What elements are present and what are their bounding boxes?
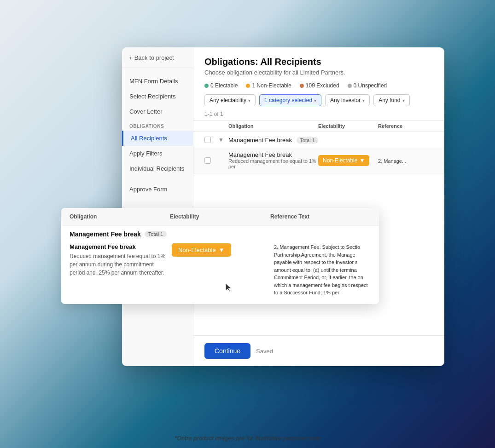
back-link[interactable]: ‹ Back to project (122, 47, 193, 68)
table-sub-row: Management Fee break Reduced management … (193, 148, 444, 173)
main-modal: ‹ Back to project MFN Form Details Selec… (122, 47, 444, 366)
popup-reference-col: 2. Management Fee. Subject to Sectio Par… (274, 243, 371, 297)
table-header: Obligation Electability Reference (193, 120, 444, 132)
page-subtitle: Choose obligation electability for all L… (204, 69, 433, 76)
electable-count: 0 (210, 82, 214, 89)
sidebar-item-apply-filters[interactable]: Apply Filters (122, 146, 193, 161)
sidebar-item-individual-recipients[interactable]: Individual Recipients (122, 161, 193, 176)
status-unspecified: 0 Unspecified (348, 82, 387, 89)
col-reference: Reference (378, 123, 433, 129)
sidebar-section-obligations: OBLIGATIONS (122, 119, 193, 131)
sidebar-item-mfn-form-details[interactable]: MFN Form Details (122, 74, 193, 89)
popup-electability-col: Non-Electable ▼ (172, 243, 268, 297)
footnote: *Ontra product images are for illustrati… (0, 435, 495, 442)
main-content: Obligations: All Recipients Choose oblig… (193, 47, 444, 366)
row-reference: 2. Manage... (378, 156, 433, 165)
filter-category[interactable]: 1 category selected ▾ (259, 94, 321, 106)
group-obligation-name: Management Fee break Total 1 (228, 136, 318, 144)
sidebar-item-select-recipients[interactable]: Select Recipients (122, 89, 193, 104)
non-electable-button[interactable]: Non-Electable ▼ (318, 155, 369, 166)
col-checkbox (204, 123, 218, 129)
popup-group-total: Total 1 (145, 231, 167, 237)
filter-electability[interactable]: Any electability ▾ (204, 94, 256, 106)
popup-item-name: Management Fee break (70, 243, 166, 250)
electable-dot (204, 84, 209, 88)
chevron-down-icon: ▼ (219, 247, 225, 253)
row-obligation-name: Management Fee break (228, 151, 318, 158)
group-checkbox[interactable] (204, 137, 211, 143)
popup-group-name: Management Fee break (70, 230, 141, 238)
non-electable-dot (246, 84, 250, 88)
continue-button[interactable]: Continue (204, 343, 250, 359)
popup-col-electability: Electability (170, 213, 270, 220)
popup-obligation-col: Management Fee break Reduced management … (70, 243, 166, 297)
total-badge: Total 1 (297, 137, 318, 144)
col-expand (218, 123, 228, 129)
popup-non-electable-button[interactable]: Non-Electable ▼ (172, 243, 231, 257)
main-header: Obligations: All Recipients Choose oblig… (193, 47, 444, 111)
popup-detail-row: Management Fee break Reduced management … (61, 240, 379, 304)
row-obligation: Management Fee break Reduced management … (228, 151, 318, 169)
chevron-down-icon: ▼ (359, 157, 365, 164)
saved-status: Saved (256, 348, 273, 355)
table-group: ▼ Management Fee break Total 1 Managemen… (193, 132, 444, 173)
status-non-electable: 1 Non-Electable (246, 82, 291, 89)
sidebar-item-cover-letter[interactable]: Cover Letter (122, 104, 193, 119)
popup-header-row: Obligation Electability Reference Text (61, 208, 379, 226)
row-electability: Non-Electable ▼ (318, 155, 378, 166)
sidebar-nav: MFN Form Details Select Recipients Cover… (122, 68, 193, 202)
unspecified-count: 0 (354, 82, 357, 89)
table-group-row: ▼ Management Fee break Total 1 (193, 132, 444, 148)
back-link-label: Back to project (134, 54, 174, 61)
excluded-count: 109 (306, 82, 315, 89)
sidebar: ‹ Back to project MFN Form Details Selec… (122, 47, 193, 366)
back-arrow-icon: ‹ (129, 54, 132, 61)
excluded-dot (300, 84, 304, 88)
filter-investor[interactable]: Any investor ▾ (325, 94, 370, 106)
popup-col-reference: Reference Text (270, 213, 371, 220)
page-title: Obligations: All Recipients (204, 57, 433, 67)
status-electable: 0 Electable (204, 82, 238, 89)
popup-body: Management Fee break Total 1 Management … (61, 226, 379, 304)
chevron-down-icon: ▾ (314, 98, 316, 103)
col-electability: Electability (318, 123, 378, 129)
popup-item-desc: Reduced management fee equal to 1% per a… (70, 252, 166, 277)
expand-icon[interactable]: ▼ (218, 137, 228, 143)
popup-card: Obligation Electability Reference Text M… (61, 208, 379, 304)
unspecified-dot (348, 84, 352, 88)
filter-fund[interactable]: Any fund ▾ (373, 94, 409, 106)
chevron-down-icon: ▾ (362, 98, 365, 103)
col-obligation: Obligation (228, 123, 318, 129)
popup-col-obligation: Obligation (70, 213, 170, 220)
chevron-down-icon: ▾ (402, 98, 405, 103)
status-row: 0 Electable 1 Non-Electable 109 Excluded… (204, 82, 433, 89)
popup-group-row: Management Fee break Total 1 (61, 226, 379, 240)
modal-footer: Continue Saved (193, 335, 444, 366)
row-obligation-desc: Reduced management fee equal to 1% per (228, 158, 318, 169)
sidebar-item-approve-form[interactable]: Approve Form (122, 182, 193, 197)
popup-ref-text: 2. Management Fee. Subject to Sectio Par… (274, 243, 371, 297)
results-info: 1-1 of 1 (193, 111, 444, 120)
filter-row: Any electability ▾ 1 category selected ▾… (204, 94, 433, 106)
sidebar-item-all-recipients[interactable]: All Recipients (122, 131, 193, 146)
chevron-down-icon: ▾ (248, 98, 250, 103)
row-checkbox[interactable] (204, 157, 211, 164)
status-excluded: 109 Excluded (300, 82, 339, 89)
non-electable-count: 1 (252, 82, 255, 89)
